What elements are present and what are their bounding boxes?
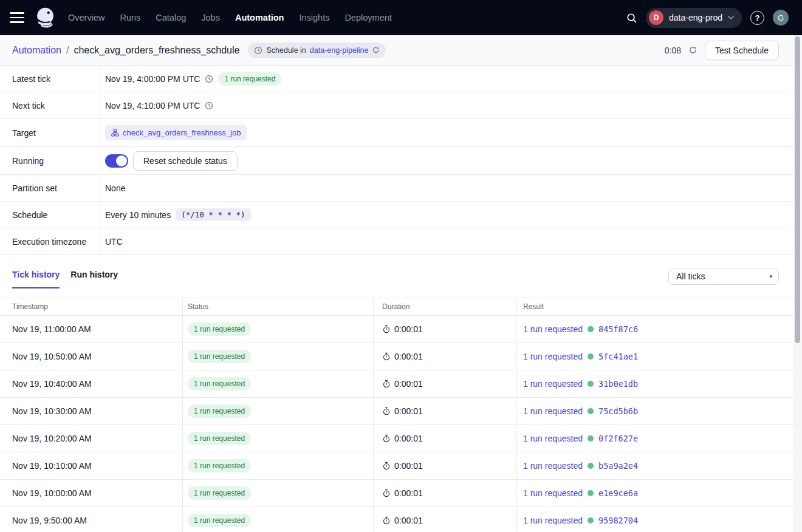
refresh-icon[interactable] xyxy=(688,46,697,55)
tick-status-badge: 1 run requested xyxy=(188,432,251,445)
table-row: Nov 19, 10:10:00 AM 1 run requested 0:00… xyxy=(0,452,802,480)
stopwatch-icon xyxy=(382,352,391,361)
run-id-link[interactable]: 95982704 xyxy=(598,516,638,525)
tick-result-link[interactable]: 1 run requested xyxy=(523,379,583,389)
stopwatch-icon xyxy=(382,489,391,497)
detail-row-partition-set: Partition set None xyxy=(0,175,802,202)
detail-label: Latest tick xyxy=(0,66,100,92)
nav-item-jobs[interactable]: Jobs xyxy=(201,13,220,22)
breadcrumb-bar: Automation / check_avg_orders_freshness_… xyxy=(0,35,802,66)
tick-timestamp: Nov 19, 10:30:00 AM xyxy=(0,398,182,425)
tick-result-link[interactable]: 1 run requested xyxy=(523,434,583,443)
run-id-link[interactable]: 5fc41ae1 xyxy=(598,352,638,361)
run-id-link[interactable]: e1e9ce6a xyxy=(598,488,638,498)
caret-down-icon: ▾ xyxy=(769,273,772,279)
col-header-result: Result xyxy=(516,298,802,315)
tick-timestamp: Nov 19, 10:50:00 AM xyxy=(0,343,182,370)
run-id-link[interactable]: 31b0e1db xyxy=(598,379,638,389)
nav-item-automation[interactable]: Automation xyxy=(235,13,284,22)
detail-row-running: Running Reset schedule status xyxy=(0,147,802,175)
tick-result-link[interactable]: 1 run requested xyxy=(523,461,583,471)
user-avatar[interactable]: G xyxy=(773,10,789,26)
partition-set-value: None xyxy=(105,183,125,193)
run-success-dot-icon xyxy=(588,463,594,469)
toggle-knob xyxy=(116,155,127,166)
target-job-name: check_avg_orders_freshness_job xyxy=(123,128,241,137)
table-row: Nov 19, 10:50:00 AM 1 run requested 0:00… xyxy=(0,343,802,370)
breadcrumb-automation-link[interactable]: Automation xyxy=(12,45,61,56)
clock-icon xyxy=(254,46,262,55)
tick-history-table: Timestamp Status Duration Result Nov 19,… xyxy=(0,298,802,532)
tab-run-history[interactable]: Run history xyxy=(70,270,118,288)
octopus-logo-icon xyxy=(33,5,58,30)
top-nav: Overview Runs Catalog Jobs Automation In… xyxy=(0,0,802,35)
breadcrumb-separator: / xyxy=(66,45,69,56)
nav-item-deployment[interactable]: Deployment xyxy=(344,13,391,22)
search-icon[interactable] xyxy=(626,12,637,24)
hamburger-menu-icon[interactable] xyxy=(10,12,24,23)
schedule-description: Every 10 minutes xyxy=(105,210,171,220)
page-title: check_avg_orders_freshness_schdule xyxy=(74,45,239,56)
tick-timestamp: Nov 19, 10:20:00 AM xyxy=(0,425,182,452)
tick-timestamp: Nov 19, 10:10:00 AM xyxy=(0,452,182,479)
tick-result-link[interactable]: 1 run requested xyxy=(523,324,583,334)
detail-row-next-tick: Next tick Nov 19, 4:10:00 PM UTC xyxy=(0,92,802,119)
test-schedule-button[interactable]: Test Schedule xyxy=(705,41,779,60)
detail-label: Running xyxy=(0,147,100,174)
tick-duration: 0:00:01 xyxy=(394,406,423,416)
nav-item-runs[interactable]: Runs xyxy=(120,13,140,22)
tick-status-badge: 1 run requested xyxy=(188,514,251,527)
nav-item-insights[interactable]: Insights xyxy=(299,13,329,22)
detail-row-target: Target check_avg_orders_freshness_job xyxy=(0,119,802,147)
tick-status-badge: 1 run requested xyxy=(188,459,251,472)
help-icon[interactable]: ? xyxy=(750,11,764,25)
run-id-link[interactable]: 845f87c6 xyxy=(598,324,638,334)
nav-right-cluster: D data-eng-prod ? G xyxy=(626,8,789,28)
tick-status-badge: 1 run requested xyxy=(188,377,251,390)
table-row: Nov 19, 10:40:00 AM 1 run requested 0:00… xyxy=(0,370,802,398)
timezone-value: UTC xyxy=(105,237,123,247)
tick-duration: 0:00:01 xyxy=(394,434,423,443)
stopwatch-icon xyxy=(382,516,391,525)
detail-label: Next tick xyxy=(0,92,100,118)
tick-timestamp: Nov 19, 11:00:00 AM xyxy=(0,316,182,343)
tick-result-link[interactable]: 1 run requested xyxy=(523,352,583,361)
tick-status-badge: 1 run requested xyxy=(188,486,251,500)
stopwatch-icon xyxy=(382,380,391,388)
tick-filter-select[interactable]: All ticks ▾ xyxy=(668,268,779,285)
schedule-location-badge: Schedule in data-eng-pipeline xyxy=(248,43,386,58)
workspace-switcher[interactable]: D data-eng-prod xyxy=(646,8,742,28)
nav-item-overview[interactable]: Overview xyxy=(68,13,105,22)
primary-nav: Overview Runs Catalog Jobs Automation In… xyxy=(68,13,392,22)
tab-tick-history[interactable]: Tick history xyxy=(12,270,60,288)
schedule-details: Latest tick Nov 19, 4:00:00 PM UTC 1 run… xyxy=(0,66,802,255)
badge-prefix: Schedule in xyxy=(266,46,306,55)
run-id-link[interactable]: b5a9a2e4 xyxy=(598,461,638,471)
table-row: Nov 19, 10:30:00 AM 1 run requested 0:00… xyxy=(0,398,802,425)
stopwatch-icon xyxy=(382,325,391,333)
tick-result-link[interactable]: 1 run requested xyxy=(523,406,583,416)
tick-timestamp: Nov 19, 9:50:00 AM xyxy=(0,507,182,532)
table-header: Timestamp Status Duration Result xyxy=(0,298,802,316)
dagster-logo[interactable] xyxy=(33,5,58,30)
page-scrollbar xyxy=(793,35,802,532)
chevron-down-icon xyxy=(728,16,734,19)
tick-status-badge: 1 run requested xyxy=(188,322,251,336)
reset-schedule-status-button[interactable]: Reset schedule status xyxy=(133,151,238,171)
reload-location-icon[interactable] xyxy=(372,46,380,54)
run-success-dot-icon xyxy=(588,381,594,387)
history-tabs-bar: Tick history Run history All ticks ▾ xyxy=(0,255,802,298)
running-toggle[interactable] xyxy=(105,154,128,168)
run-id-link[interactable]: 0f2f627e xyxy=(598,434,638,443)
table-row: Nov 19, 10:00:00 AM 1 run requested 0:00… xyxy=(0,480,802,507)
scrollbar-thumb[interactable] xyxy=(795,36,800,343)
nav-item-catalog[interactable]: Catalog xyxy=(156,13,186,22)
tick-result-link[interactable]: 1 run requested xyxy=(523,488,583,498)
target-job-link[interactable]: check_avg_orders_freshness_job xyxy=(105,125,247,140)
run-id-link[interactable]: 75cd5b6b xyxy=(598,406,638,416)
code-location-link[interactable]: data-eng-pipeline xyxy=(310,46,369,55)
tick-duration: 0:00:01 xyxy=(394,461,423,471)
tick-result-link[interactable]: 1 run requested xyxy=(523,516,583,525)
tick-timestamp: Nov 19, 10:40:00 AM xyxy=(0,370,182,397)
breadcrumb-actions: 0:08 Test Schedule xyxy=(665,41,779,60)
